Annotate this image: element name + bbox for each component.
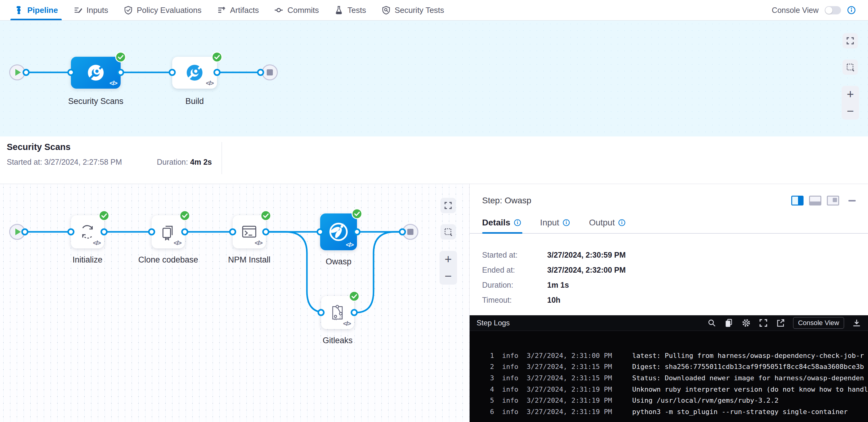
stage-edges: [0, 21, 868, 136]
stage-select-button[interactable]: [842, 60, 858, 75]
code-chip: </>: [346, 241, 353, 249]
tab-policy-evaluations[interactable]: Policy Evaluations: [122, 0, 204, 20]
info-icon[interactable]: [514, 219, 521, 226]
minimize-panel-button[interactable]: [848, 200, 856, 201]
log-line-number: 6: [485, 408, 494, 416]
log-line: 2 info 3/27/2024, 2:31:15 PM Digest: sha…: [470, 361, 868, 372]
tab-inputs[interactable]: Inputs: [71, 0, 110, 20]
step-node-clone-codebase[interactable]: </>: [152, 215, 185, 249]
layout-bottom-button[interactable]: [809, 196, 822, 205]
stage-graph-canvas[interactable]: </> Security Scans </> Build + −: [0, 21, 868, 136]
terminal-icon: [239, 222, 259, 242]
zoom-in-button[interactable]: +: [439, 251, 457, 268]
expand-icon: [846, 36, 855, 45]
step-panel-tabs: Details Input Output: [470, 218, 868, 234]
download-icon[interactable]: [852, 318, 861, 328]
tab-artifacts[interactable]: Artifacts: [215, 0, 261, 20]
success-badge: [212, 52, 222, 63]
log-level: info: [502, 386, 522, 393]
tab-label: Details: [482, 218, 510, 228]
step-start-node[interactable]: [9, 224, 25, 240]
console-view-toggle[interactable]: [825, 6, 841, 14]
step-details-table: Started at: 3/27/2024, 2:30:59 PM Ended …: [470, 234, 868, 304]
code-chip: </>: [174, 239, 181, 247]
tab-pipeline[interactable]: Pipeline: [12, 0, 60, 20]
step-end-node[interactable]: [402, 224, 418, 240]
log-line: 6 info 3/27/2024, 2:31:19 PM python3 -m …: [470, 406, 868, 417]
log-timestamp: 3/27/2024, 2:31:19 PM: [527, 408, 625, 416]
gitleaks-icon: [328, 303, 347, 322]
info-icon[interactable]: [847, 6, 856, 14]
stage-duration: Duration: 4m 2s: [157, 158, 212, 166]
stage-info-bar: Security Scans Started at: 3/27/2024, 2:…: [0, 136, 868, 184]
step-node-gitleaks[interactable]: </>: [321, 296, 354, 329]
settings-gear-icon[interactable]: [742, 318, 751, 328]
zoom-out-button[interactable]: −: [439, 268, 457, 285]
detail-value: 3/27/2024, 2:32:00 PM: [547, 266, 868, 274]
stage-end-node[interactable]: [262, 64, 278, 80]
log-line-number: 5: [485, 396, 494, 404]
tab-tests[interactable]: Tests: [332, 0, 368, 20]
zoom-in-button[interactable]: +: [842, 86, 859, 103]
console-view-label: Console View: [772, 6, 818, 15]
step-graph-canvas[interactable]: </> Initialize </> Clone codebase </>: [0, 184, 470, 422]
copy-icon[interactable]: [724, 318, 734, 328]
duration-label: Duration:: [157, 158, 190, 166]
duration-value: 4m 2s: [190, 158, 212, 166]
step-node-initialize[interactable]: </>: [71, 215, 104, 249]
log-line-number: 1: [485, 352, 494, 359]
log-timestamp: 3/27/2024, 2:31:00 PM: [527, 352, 625, 359]
pipeline-icon: [14, 5, 23, 15]
tab-security-tests[interactable]: Security Tests: [380, 0, 446, 20]
layout-split-right-button[interactable]: [791, 196, 804, 205]
stage-node-build[interactable]: </>: [172, 57, 217, 89]
info-icon[interactable]: [563, 219, 570, 226]
tab-commits[interactable]: Commits: [272, 0, 321, 20]
tab-label: Input: [540, 218, 559, 228]
log-level: info: [502, 408, 522, 416]
step-node-owasp[interactable]: </>: [320, 214, 357, 250]
log-message: Unknown ruby interpreter version (do not…: [632, 386, 868, 393]
stop-icon: [407, 229, 413, 235]
log-message: Status: Downloaded newer image for harne…: [632, 374, 864, 382]
stage-node-security-scans[interactable]: </>: [71, 57, 121, 89]
divider: [222, 142, 222, 174]
stage-started-at: Started at: 3/27/2024, 2:27:58 PM: [7, 158, 122, 166]
tab-input[interactable]: Input: [540, 218, 570, 228]
ci-stage-icon: [86, 63, 105, 82]
step-select-button[interactable]: [440, 224, 456, 239]
selection-icon: [444, 228, 453, 236]
log-timestamp: 3/27/2024, 2:31:15 PM: [527, 363, 625, 370]
detail-value: 10h: [547, 296, 868, 304]
search-icon[interactable]: [707, 318, 716, 328]
success-badge: [98, 210, 110, 221]
log-line: 4 info 3/27/2024, 2:31:19 PM Unknown rub…: [470, 384, 868, 395]
tab-label: Output: [589, 218, 615, 228]
fullscreen-icon[interactable]: [759, 318, 768, 328]
log-line-number: 3: [485, 374, 494, 382]
log-message: Digest: sha256:7755011cdb13caf9f95051f8c…: [632, 363, 864, 370]
success-badge: [351, 208, 363, 219]
tab-details[interactable]: Details: [482, 218, 521, 228]
info-icon[interactable]: [618, 219, 625, 226]
step-node-npm-install[interactable]: </>: [232, 215, 266, 249]
code-chip: </>: [110, 79, 117, 87]
step-fullscreen-button[interactable]: [440, 198, 456, 213]
ci-stage-icon: [185, 63, 204, 82]
step-node-label: Initialize: [72, 255, 102, 265]
step-node-label: Owasp: [326, 257, 351, 266]
layout-floating-button[interactable]: [827, 196, 839, 205]
tab-output[interactable]: Output: [589, 218, 625, 228]
step-logs-output[interactable]: 1 info 3/27/2024, 2:31:00 PM latest: Pul…: [470, 331, 868, 422]
step-node-label: Clone codebase: [138, 255, 198, 265]
code-chip: </>: [93, 239, 100, 247]
open-in-new-icon[interactable]: [776, 318, 785, 328]
log-line-number: 2: [485, 363, 494, 370]
stage-fullscreen-button[interactable]: [842, 33, 858, 48]
nav-label: Commits: [287, 5, 319, 15]
console-view-button[interactable]: Console View: [793, 317, 844, 329]
zoom-out-button[interactable]: −: [842, 103, 859, 120]
detail-label: Duration:: [482, 281, 547, 290]
clone-codebase-icon: [158, 222, 178, 242]
stage-start-node[interactable]: [9, 64, 25, 80]
